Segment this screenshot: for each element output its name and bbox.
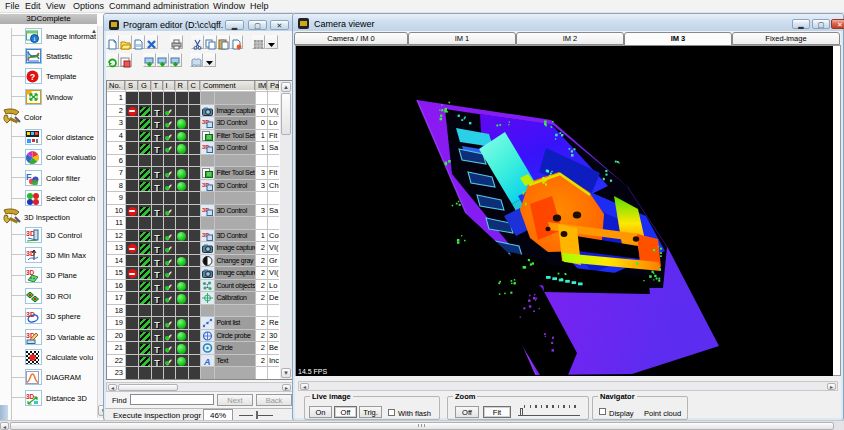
svg-text:1: 1 [206, 283, 209, 289]
svg-text:3D: 3D [26, 392, 35, 399]
svg-text:i: i [34, 35, 36, 43]
svg-text:A: A [203, 356, 211, 366]
svg-text:?: ? [30, 72, 36, 82]
